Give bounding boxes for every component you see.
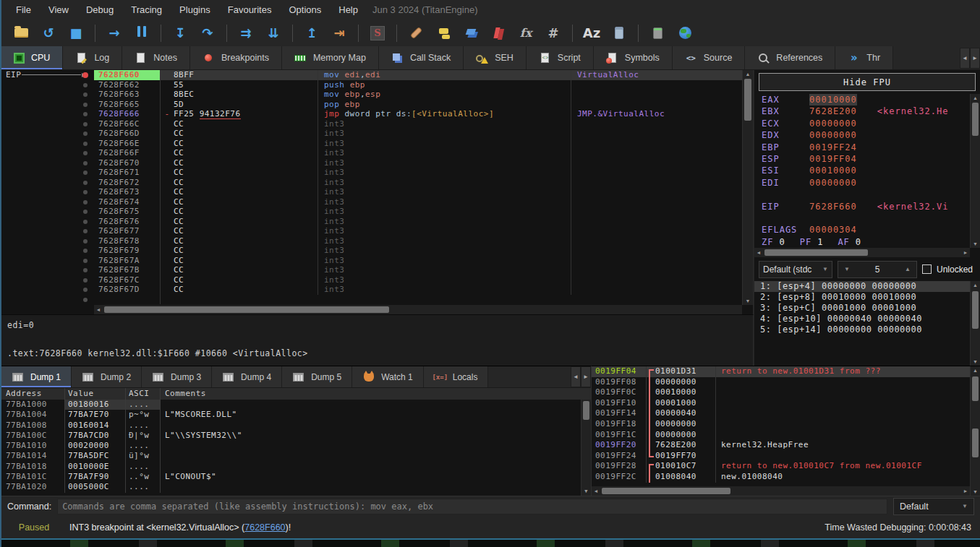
register-row[interactable]: EDX00000000 [754,129,980,141]
register-row[interactable] [754,189,980,200]
disasm-row[interactable]: 7628F675 CCint3 [1,207,753,217]
breakpoint-slot-icon[interactable] [83,278,88,283]
step-over-button[interactable]: ↷ [196,22,219,44]
disasm-row[interactable]: 7628F662 55push ebp [1,80,753,90]
unlocked-checkbox[interactable] [922,264,932,274]
hide-fpu-button[interactable]: Hide FPU [759,73,976,91]
disassembly-hscrollbar[interactable]: ◄ [94,305,742,314]
menu-plugins[interactable]: Plugins [171,1,219,18]
tab-scroll-right-icon[interactable]: ► [970,48,980,69]
scroll-up-icon[interactable]: ▲ [971,366,980,374]
register-row[interactable]: ZF0PF1AF0 [754,236,980,248]
disasm-row[interactable]: 7628F66F CCint3 [1,148,753,158]
pause-button[interactable] [130,22,153,44]
disasm-row[interactable]: 7628F67D CCint3 [1,285,753,295]
disasm-row[interactable]: 7628F672 CCint3 [1,178,753,188]
disasm-row[interactable]: 7628F666-FF25 94132F76jmp dword ptr ds:[… [1,109,753,119]
breakpoint-slot-icon[interactable] [83,210,88,214]
calculator-button[interactable] [646,22,669,44]
menu-file[interactable]: File [7,1,40,18]
register-row[interactable]: EFLAGS00000304 [754,224,980,236]
scroll-thumb[interactable] [602,488,730,494]
disasm-row[interactable]: 7628F665 5Dpop ebp [1,100,753,110]
disasm-row[interactable]: 7628F671 CCint3 [1,168,753,178]
animate-over-button[interactable]: ⇊ [262,22,285,44]
tab-dump-3[interactable]: Dump 3 [142,366,212,387]
disasm-row[interactable] [1,295,753,305]
breakpoint-slot-icon[interactable] [83,259,88,263]
dump-row[interactable]: 77BA10180010000E.... [1,462,591,472]
stack-row[interactable]: 0019FF1400000040 [592,408,980,419]
menu-view[interactable]: View [40,1,77,18]
register-value[interactable]: 00000000 [809,177,857,189]
scroll-thumb[interactable] [583,401,589,420]
disasm-row[interactable]: 7628F673 CCint3 [1,187,753,197]
tab-source[interactable]: <>Source [673,46,746,69]
scroll-thumb[interactable] [972,291,979,329]
scroll-left-icon[interactable]: ◄ [754,248,763,257]
register-row[interactable]: EIP7628F660<kernel32.Vi [754,201,980,212]
breakpoint-slot-icon[interactable] [83,220,88,224]
stack-row[interactable]: 0019FF1000001000 [592,398,980,409]
stack-row[interactable]: 0019FF0800000000 [592,377,980,388]
scroll-thumb[interactable] [104,306,389,313]
dump-row[interactable]: 77BA101C77BA7F90..°wL"CONOUT$" [1,472,591,482]
scroll-right-icon[interactable]: ► [961,248,970,257]
register-row[interactable]: EBX7628E200<kernel32.He [754,105,980,117]
disasm-row[interactable]: 7628F663 8BECmov ebp,esp [1,90,753,100]
stack-row[interactable]: 0019FF0C00010000 [592,387,980,398]
register-row[interactable]: EDI00000000 [754,177,980,189]
breakpoint-slot-icon[interactable] [83,239,88,244]
breakpoint-icon[interactable] [82,72,88,78]
stop-button[interactable]: ■ [64,22,88,44]
tab-call-stack[interactable]: Call Stack [379,46,464,69]
spinner-down-icon[interactable]: ▼ [844,266,850,272]
arg-row[interactable]: 3: [esp+C] 00001000 00001000 [754,303,980,314]
dump-row[interactable]: 77BA100000180016.... [1,400,591,410]
tab-dump-1[interactable]: Dump 1 [1,366,72,387]
tab-dump-2[interactable]: Dump 2 [72,366,142,387]
disasm-row[interactable]: EIP7628F660 8BFFmov edi,ediVirtualAlloc [1,70,753,80]
stack-row[interactable]: 0019FF0401001D31return to new.01001D31 f… [592,366,980,377]
arg-row[interactable]: 5: [esp+14] 00000000 00000000 [754,324,980,335]
tab-dump-5[interactable]: Dump 5 [282,366,352,387]
scroll-thumb[interactable] [744,79,751,121]
argument-count-spinner[interactable]: ▼ 5 ▲ [838,261,917,278]
register-row[interactable]: ESP0019FF04 [754,153,980,165]
scroll-down-icon[interactable]: ▼ [743,297,753,305]
menu-tracing[interactable]: Tracing [122,1,171,18]
menu-help[interactable]: Help [330,1,367,18]
tab-locals[interactable]: [x=]Locals [424,366,489,387]
tab-script[interactable]: Script [527,46,594,69]
breakpoint-slot-icon[interactable] [83,288,88,292]
breakpoint-slot-icon[interactable] [83,92,88,97]
dump-vscrollbar[interactable]: ▼ [581,400,591,496]
menu-debug[interactable]: Debug [77,1,122,18]
register-value[interactable]: 00000304 [809,224,857,236]
disasm-row[interactable]: 7628F66D CCint3 [1,129,753,139]
disassembly-vscrollbar[interactable]: ▲ ▼ [742,70,753,305]
status-address-link[interactable]: 7628F660 [244,522,285,533]
command-input[interactable] [57,499,887,514]
scroll-thumb[interactable] [972,376,979,401]
breakpoint-slot-icon[interactable] [83,298,88,302]
scroll-up-icon[interactable]: ▲ [971,94,980,102]
scroll-left-icon[interactable]: ◄ [94,305,103,314]
font-button[interactable]: Az [580,22,603,44]
tab-symbols[interactable]: Symbols [594,46,673,69]
patches-button[interactable] [404,22,427,44]
scroll-thumb[interactable] [764,249,868,256]
breakpoint-slot-icon[interactable] [83,161,88,165]
spinner-up-icon[interactable]: ▲ [905,266,911,272]
dump-row[interactable]: 77BA100800160014.... [1,421,591,431]
command-profile-dropdown[interactable]: Default ▼ [893,498,974,515]
disasm-row[interactable]: 7628F676 CCint3 [1,217,753,227]
register-row[interactable] [754,212,980,224]
register-row[interactable]: ECX00000000 [754,118,980,129]
control-flow-button[interactable]: # [542,22,565,44]
dump-row[interactable]: 77BA101477BA5DFCü]°w [1,451,591,461]
dump-row[interactable]: 77BA101000020000.... [1,441,591,451]
disasm-row[interactable]: 7628F670 CCint3 [1,158,753,168]
disasm-row[interactable]: 7628F678 CCint3 [1,236,753,246]
registers-vscrollbar[interactable]: ▲ ▼ [970,94,980,248]
